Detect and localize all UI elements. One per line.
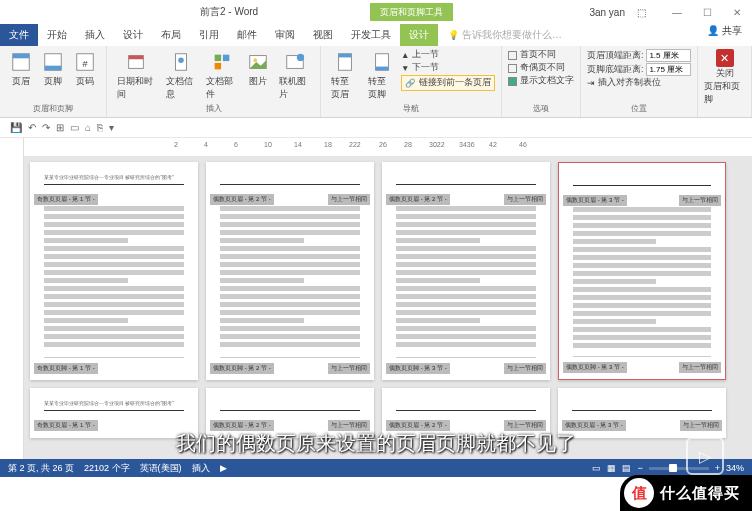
checkbox-icon (508, 51, 517, 60)
maximize-button[interactable]: ☐ (692, 7, 722, 18)
view-print-icon[interactable]: ▦ (607, 463, 616, 473)
redo-icon[interactable]: ↷ (42, 122, 50, 133)
quick-parts-button[interactable]: 文档部件 (202, 49, 241, 103)
ribbon-options-icon[interactable]: ⬚ (633, 7, 650, 18)
header-rule (396, 184, 536, 185)
ruler-mark: 4 (204, 141, 208, 148)
document-page-partial[interactable]: 偶数页页眉 - 第 3 节 -与上一节相同 (558, 388, 726, 438)
document-canvas[interactable]: 某某专业毕业研究院综合一专业项目 被研究所综合的"图考"奇数页页眉 - 第 1 … (0, 156, 752, 461)
page-body (44, 206, 184, 350)
footer-button[interactable]: 页脚 (38, 49, 68, 90)
pictures-button[interactable]: 图片 (243, 49, 273, 103)
video-play-overlay-icon[interactable]: ▷ (686, 437, 724, 475)
next-section-button[interactable]: ▼下一节 (401, 62, 495, 74)
different-first-page-checkbox[interactable]: 首页不同 (508, 49, 574, 61)
close-window-button[interactable]: ✕ (722, 7, 752, 18)
footer-label: 页脚 (44, 75, 62, 88)
date-time-button[interactable]: 日期和时间 (113, 49, 160, 103)
header-distance-input[interactable] (646, 49, 691, 62)
qat-item-icon[interactable]: ⊞ (56, 122, 64, 133)
opt-label: 首页不同 (520, 49, 556, 61)
footer-section-tag: 偶数页页脚 - 第 2 节 - (210, 363, 274, 374)
user-name[interactable]: 3an yan (585, 7, 629, 18)
pos-label: 页眉顶端距离: (587, 50, 643, 62)
share-button[interactable]: 👤 共享 (697, 24, 752, 46)
svg-rect-20 (375, 67, 388, 71)
page-number-button[interactable]: #页码 (70, 49, 100, 90)
ruler-vertical[interactable] (0, 156, 24, 461)
next-label: 下一节 (412, 62, 439, 74)
header-button[interactable]: 页眉 (6, 49, 36, 90)
document-title: 前言2 - Word (200, 5, 258, 19)
status-word-count[interactable]: 22102 个字 (84, 462, 130, 475)
doc-info-button[interactable]: 文档信息 (162, 49, 201, 103)
watermark-badge: 值 什么值得买 (620, 475, 752, 511)
qat-more-icon[interactable]: ▾ (109, 122, 114, 133)
zoom-level[interactable]: 34% (726, 463, 744, 473)
tab-mailings[interactable]: 邮件 (228, 24, 266, 46)
ribbon: 页眉 页脚 #页码 页眉和页脚 日期和时间 文档信息 文档部件 图片 联机图片 … (0, 46, 752, 118)
close-header-footer-button[interactable]: ✕ 关闭 页眉和页脚 (704, 49, 745, 106)
tab-insert[interactable]: 插入 (76, 24, 114, 46)
qat-item-icon[interactable]: ▭ (70, 122, 79, 133)
footer-rule (220, 357, 360, 358)
different-odd-even-checkbox[interactable]: 奇偶页不同 (508, 62, 574, 74)
page-body (573, 207, 711, 349)
ruler-mark: 26 (379, 141, 387, 148)
insert-alignment-tab-button[interactable]: ⇥插入对齐制表位 (587, 77, 691, 89)
tab-home[interactable]: 开始 (38, 24, 76, 46)
zoom-out-button[interactable]: − (637, 463, 642, 473)
document-page-partial[interactable]: 某某专业毕业研究院综合一专业项目 被研究所综合的"图考"奇数页页眉 - 第 1 … (30, 388, 198, 438)
down-arrow-icon: ▼ (401, 63, 409, 73)
document-page[interactable]: 偶数页页眉 - 第 2 节 -与上一节相同偶数页页脚 - 第 3 节 -与上一节… (382, 162, 550, 380)
tab-design[interactable]: 设计 (114, 24, 152, 46)
group-label: 位置 (587, 103, 691, 114)
tab-view[interactable]: 视图 (304, 24, 342, 46)
header-rule (44, 184, 184, 185)
checkbox-icon (508, 64, 517, 73)
tab-references[interactable]: 引用 (190, 24, 228, 46)
tell-me-search[interactable]: 告诉我你想要做什么… (448, 24, 562, 46)
view-web-icon[interactable]: ▤ (622, 463, 631, 473)
ruler-mark: 28 (404, 141, 412, 148)
save-icon[interactable]: 💾 (10, 122, 22, 133)
tab-file[interactable]: 文件 (0, 24, 38, 46)
ruler-mark: 222 (349, 141, 361, 148)
page-body (220, 206, 360, 350)
opt-label: 显示文档文字 (520, 75, 574, 87)
ruler-horizontal[interactable]: 2 4 6 10 14 18 222 26 28 3022 3436 42 46 (0, 138, 752, 156)
status-language[interactable]: 英语(美国) (140, 462, 182, 475)
link-to-previous-button[interactable]: 🔗链接到前一条页眉 (401, 75, 495, 91)
qat-item-icon[interactable]: ⎘ (97, 122, 103, 133)
goto-header-button[interactable]: 转至页眉 (327, 49, 362, 103)
footer-from-bottom-row: 页脚底端距离: (587, 63, 691, 76)
tab-header-footer-design[interactable]: 设计 (400, 24, 438, 46)
online-pictures-button[interactable]: 联机图片 (275, 49, 314, 103)
tab-layout[interactable]: 布局 (152, 24, 190, 46)
ruler-mark: 2 (174, 141, 178, 148)
document-page[interactable]: 偶数页页眉 - 第 2 节 -与上一节相同偶数页页脚 - 第 2 节 -与上一节… (206, 162, 374, 380)
footer-distance-input[interactable] (646, 63, 691, 76)
qat-item-icon[interactable]: ⌂ (85, 122, 91, 133)
header-label: 页眉 (12, 75, 30, 88)
header-rule (396, 410, 536, 411)
document-page[interactable]: 偶数页页眉 - 第 3 节 -与上一节相同偶数页页脚 - 第 3 节 -与上一节… (558, 162, 726, 380)
status-insert-mode[interactable]: 插入 (192, 462, 210, 475)
document-page[interactable]: 某某专业毕业研究院综合一专业项目 被研究所综合的"图考"奇数页页眉 - 第 1 … (30, 162, 198, 380)
previous-section-button[interactable]: ▲上一节 (401, 49, 495, 61)
pictures-label: 图片 (249, 75, 267, 88)
minimize-button[interactable]: — (662, 7, 692, 18)
tab-review[interactable]: 审阅 (266, 24, 304, 46)
goto-footer-button[interactable]: 转至页脚 (364, 49, 399, 103)
show-document-text-checkbox[interactable]: 显示文档文字 (508, 75, 574, 87)
pos-label: 页脚底端距离: (587, 64, 643, 76)
status-macro-icon[interactable]: ▶ (220, 463, 227, 473)
group-insert: 日期和时间 文档信息 文档部件 图片 联机图片 插入 (107, 46, 321, 117)
checkbox-checked-icon (508, 77, 517, 86)
undo-icon[interactable]: ↶ (28, 122, 36, 133)
quick-access-toolbar: 💾 ↶ ↷ ⊞ ▭ ⌂ ⎘ ▾ (0, 118, 752, 138)
status-page[interactable]: 第 2 页, 共 26 页 (8, 462, 74, 475)
view-read-icon[interactable]: ▭ (592, 463, 601, 473)
tab-developer[interactable]: 开发工具 (342, 24, 400, 46)
prev-label: 上一节 (412, 49, 439, 61)
